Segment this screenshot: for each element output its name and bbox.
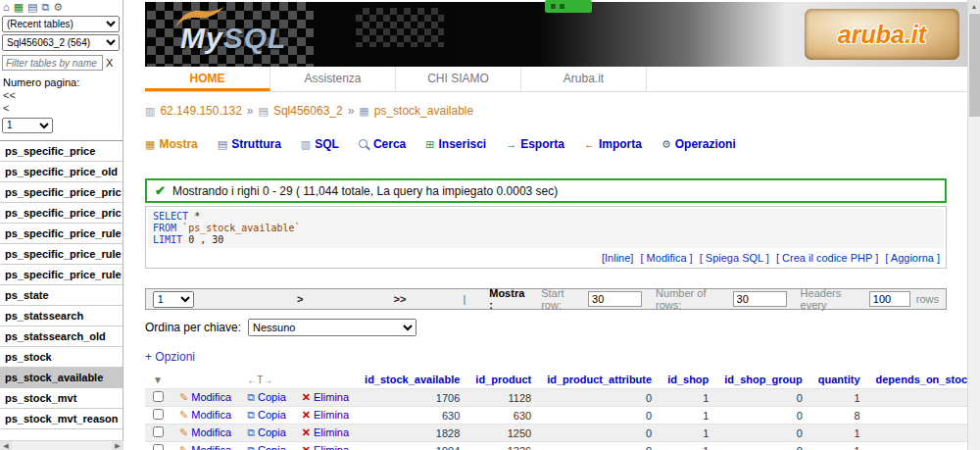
sidebar-table-item[interactable]: ps_specific_price_pric: [0, 203, 122, 224]
delete-link[interactable]: Elimina: [314, 409, 349, 421]
sidebar-table-item[interactable]: ps_statssearch: [0, 306, 122, 326]
sidebar-table-item[interactable]: ps_stock: [0, 347, 122, 368]
row-checkbox[interactable]: [153, 409, 164, 420]
table-row: ✎Modifica ⧉Copia ✕Elimina 1706 1128 0 1 …: [145, 389, 967, 407]
sidebar-table-item[interactable]: ps_state: [0, 285, 122, 306]
results-header-row: ▼ ←T→ id_stock_available id_product id_p…: [145, 371, 967, 389]
edit-query-link[interactable]: [ Modifica ]: [640, 252, 692, 264]
refresh-link[interactable]: [ Aggiorna ]: [885, 252, 940, 264]
column-header-id-stock-available[interactable]: id_stock_available: [357, 371, 467, 389]
tab-structure-label: Struttura: [231, 137, 281, 151]
scrollbar-thumb[interactable]: [969, 14, 980, 117]
sidebar-table-item[interactable]: ps_specific_price_old: [0, 162, 122, 182]
copy-link[interactable]: Copia: [258, 391, 286, 403]
aruba-logo[interactable]: aruba.it: [805, 9, 959, 60]
tab-search[interactable]: Cerca: [359, 137, 406, 151]
row-checkbox[interactable]: [153, 391, 164, 402]
tab-operations[interactable]: ⚙ Operazioni: [662, 137, 736, 151]
column-header-id-product[interactable]: id_product: [467, 371, 539, 389]
database-select[interactable]: Sql456063_2 (564): [2, 34, 120, 51]
tab-insert[interactable]: ⊞ Inserisci: [425, 137, 486, 151]
prev-page-link[interactable]: <: [3, 102, 122, 115]
nav-tab-assistenza[interactable]: Assistenza: [270, 67, 396, 91]
copy-link[interactable]: Copia: [258, 409, 286, 421]
table-filter-input[interactable]: [2, 55, 103, 71]
sidebar-table-item-selected[interactable]: ps_stock_available: [0, 368, 122, 388]
row-checkbox[interactable]: [153, 426, 164, 437]
tab-structure[interactable]: ▤ Struttura: [218, 137, 281, 151]
first-page-link[interactable]: <<: [3, 89, 122, 102]
clear-filter-button[interactable]: X: [106, 57, 113, 69]
delete-link[interactable]: Elimina: [314, 444, 349, 450]
page-vertical-scrollbar[interactable]: ▲: [967, 0, 980, 450]
start-row-input[interactable]: [588, 291, 642, 307]
column-header-id-shop-group[interactable]: id_shop_group: [716, 371, 809, 389]
column-header-id-product-attribute[interactable]: id_product_attribute: [539, 371, 660, 389]
edit-link[interactable]: Modifica: [191, 391, 231, 403]
inline-edit-link[interactable]: [Inline]: [602, 252, 633, 264]
home-icon[interactable]: ⌂: [3, 1, 10, 13]
recent-tables-select[interactable]: (Recent tables): [2, 16, 120, 32]
delete-link[interactable]: Elimina: [314, 426, 349, 438]
success-check-icon: ✔: [155, 183, 166, 198]
sidebar-table-item[interactable]: ps_specific_price_rule: [0, 265, 122, 285]
with-selected-dropdown-icon[interactable]: ▼: [153, 375, 163, 385]
sidebar-table-item[interactable]: ps_specific_price_pric: [0, 182, 122, 203]
scroll-left-arrow-icon[interactable]: ◀: [0, 441, 12, 450]
edit-link[interactable]: Modifica: [191, 444, 231, 450]
explain-sql-link[interactable]: [ Spiega SQL ]: [700, 252, 769, 264]
breadcrumb-server-link[interactable]: 62.149.150.132: [160, 104, 241, 118]
sidebar-table-item[interactable]: ps_specific_price: [0, 141, 122, 162]
docs-icon[interactable]: ⧉: [41, 1, 49, 13]
tab-sql-label: SQL: [315, 137, 339, 151]
delete-link[interactable]: Elimina: [314, 391, 349, 403]
sidebar-table-item[interactable]: ps_specific_price_rule: [0, 244, 122, 265]
nav-tab-home[interactable]: HOME: [145, 67, 270, 91]
sidebar-table-item[interactable]: ps_specific_price_rule: [0, 224, 122, 244]
headers-every-input[interactable]: [869, 291, 910, 307]
breadcrumb-separator: »: [247, 104, 254, 118]
breadcrumb-table-link[interactable]: ps_stock_available: [374, 104, 473, 118]
column-header-quantity[interactable]: quantity: [810, 371, 868, 389]
table-list-icon[interactable]: ▦: [14, 1, 24, 13]
nav-tab-chi-siamo[interactable]: CHI SIAMO: [396, 67, 521, 91]
sort-by-key-select[interactable]: Nessuno: [248, 319, 416, 336]
edit-link[interactable]: Modifica: [191, 426, 231, 438]
scroll-up-arrow-icon[interactable]: ▲: [968, 0, 980, 13]
copy-link[interactable]: Copia: [258, 444, 286, 450]
sidebar-horizontal-scrollbar[interactable]: ◀ ▶: [0, 440, 123, 450]
create-php-code-link[interactable]: [ Crea il codice PHP ]: [776, 252, 878, 264]
sql-text: *: [188, 211, 200, 222]
breadcrumb-database-link[interactable]: Sql456063_2: [273, 104, 343, 118]
column-order-toggle-icon[interactable]: ←T→: [247, 375, 272, 385]
sql-window-icon[interactable]: ▤: [27, 1, 37, 13]
tab-browse[interactable]: ▦ Mostra: [145, 137, 198, 151]
edit-link[interactable]: Modifica: [191, 409, 231, 421]
breadcrumb-separator: »: [348, 104, 355, 118]
scroll-right-arrow-icon[interactable]: ▶: [112, 441, 123, 450]
result-page-select[interactable]: 1: [153, 291, 194, 308]
cell-id-shop-group: 0: [716, 442, 809, 450]
sidebar-pagination: << <: [3, 89, 122, 115]
edit-icon: ✎: [179, 391, 188, 403]
page-number-select[interactable]: 1: [2, 118, 53, 133]
column-header-id-shop[interactable]: id_shop: [660, 371, 716, 389]
options-toggle-link[interactable]: + Opzioni: [145, 350, 195, 364]
last-page-button[interactable]: >>: [394, 293, 407, 305]
tab-export[interactable]: → Esporta: [506, 137, 564, 151]
tab-import[interactable]: ← Importa: [584, 137, 642, 151]
cell-id-stock-available: 1904: [357, 442, 467, 450]
next-page-button[interactable]: >: [297, 293, 303, 305]
sidebar-table-item[interactable]: ps_stock_mvt: [0, 388, 122, 409]
number-of-rows-input[interactable]: [733, 291, 787, 307]
copy-link[interactable]: Copia: [258, 426, 286, 438]
nav-tab-aruba[interactable]: Aruba.it: [521, 67, 647, 91]
row-checkbox[interactable]: [153, 444, 164, 450]
tab-sql[interactable]: ▥ SQL: [301, 137, 339, 151]
sidebar-table-item[interactable]: ps_statssearch_old: [0, 326, 122, 347]
column-header-depends-on-stock[interactable]: depends_on_stock: [868, 371, 967, 389]
page-number-label: Numero pagina:: [3, 76, 122, 88]
delete-icon: ✕: [302, 426, 311, 438]
sidebar-table-item[interactable]: ps_stock_mvt_reason: [0, 409, 122, 429]
settings-icon[interactable]: ⚙: [53, 1, 63, 13]
